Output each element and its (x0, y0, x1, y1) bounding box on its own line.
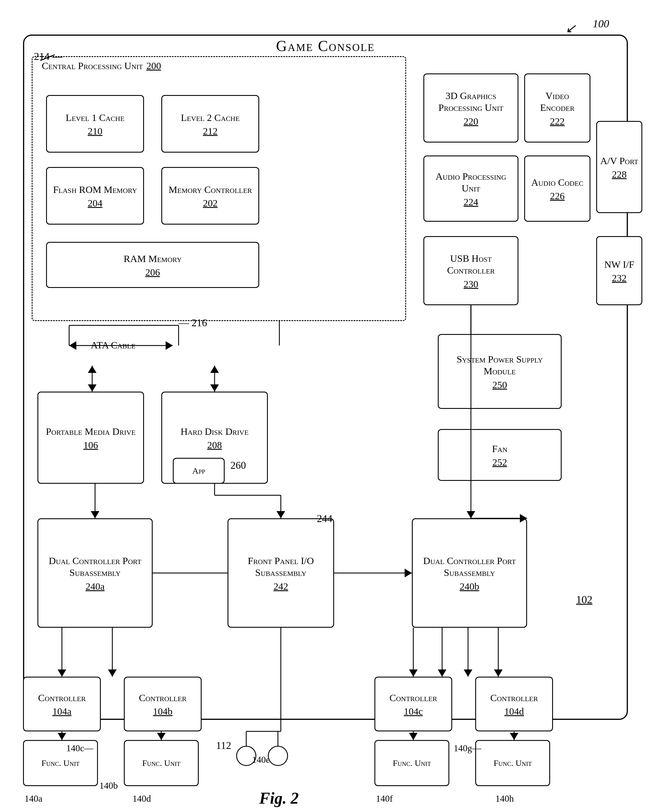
page: 100 ↙ Game Console 214 — Central Process… (0, 0, 661, 812)
portable-drive-box: Portable Media Drive 106 (37, 392, 144, 484)
sys-power-box: System Power Supply Module 250 (438, 334, 562, 409)
app-box: App (173, 458, 225, 484)
label-140a: 140a (24, 793, 42, 804)
fan-box: Fan 252 (438, 429, 562, 481)
label-140h: 140h (495, 793, 514, 804)
audio-codec-box: Audio Codec 226 (524, 155, 591, 222)
func-140f-box: Func. Unit (374, 740, 449, 786)
label-140c: 140c— (66, 743, 93, 753)
label-140g: 140g— (453, 743, 481, 753)
usb-host-box: USB Host Controller 230 (423, 236, 519, 305)
ctrl-104a-box: Controller 104a (23, 677, 101, 731)
ata-cable-label: ATA Cable (91, 340, 136, 351)
l1-cache-box: Level 1 Cache 210 (46, 95, 144, 153)
ref-100: 100 (593, 17, 609, 30)
flash-rom-box: Flash ROM Memory 204 (46, 167, 144, 225)
label-112: 112 (216, 739, 231, 751)
ctrl-104c-box: Controller 104c (374, 677, 452, 731)
label-244: 244 (317, 512, 332, 525)
label-102: 102 (576, 593, 592, 606)
func-140h-box: Func. Unit (475, 740, 550, 786)
ram-mem-box: RAM Memory 206 (46, 242, 259, 288)
game-console-title: Game Console (23, 37, 628, 54)
ctrl-104b-box: Controller 104b (124, 677, 201, 731)
dual-ctrl-left-box: Dual Controller Port Subassembly 240a (37, 518, 153, 628)
label-260: 260 (230, 459, 246, 471)
front-panel-box: Front Panel I/O Subassembly 242 (228, 518, 334, 628)
label-140f: 140f (376, 793, 393, 804)
label-216: — 216 (179, 317, 207, 329)
front-panel-btn-2 (268, 746, 288, 766)
label-140b: 140b (99, 780, 118, 791)
mem-ctrl-box: Memory Controller 202 (161, 167, 259, 225)
label-140d: 140d (133, 793, 151, 804)
svg-marker-36 (409, 733, 418, 740)
av-port-box: A/V Port 228 (596, 121, 642, 213)
graphics-3d-box: 3D Graphics Processing Unit 220 (423, 73, 519, 142)
l2-cache-box: Level 2 Cache 212 (161, 95, 259, 153)
func-140d-box: Func. Unit (124, 740, 199, 786)
arrow-ref: ↙ (565, 21, 576, 36)
dual-ctrl-right-box: Dual Controller Port Subassembly 240b (412, 518, 527, 628)
video-enc-box: Video Encoder 222 (524, 73, 591, 142)
nw-if-box: NW I/F 232 (596, 236, 642, 305)
svg-marker-28 (57, 733, 66, 740)
fig-2-label: Fig. 2 (259, 789, 299, 807)
audio-proc-box: Audio Processing Unit 224 (423, 155, 519, 222)
svg-marker-38 (510, 733, 519, 740)
label-140e: 140e (252, 755, 270, 765)
cpu-region-label: Central Processing Unit 200 (42, 61, 161, 72)
svg-marker-30 (157, 733, 166, 740)
ctrl-104d-box: Controller 104d (475, 677, 553, 731)
